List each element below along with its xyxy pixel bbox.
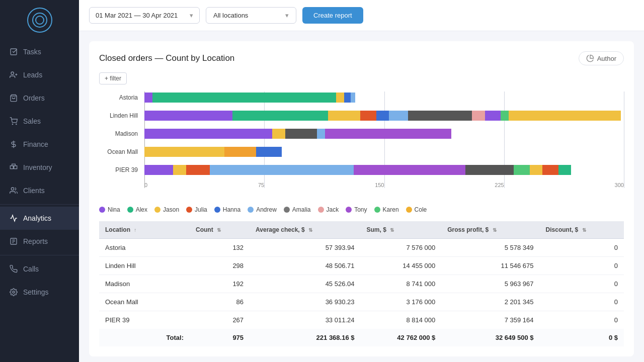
table-row: Linden Hill 298 48 506.71 14 455 000 11 … [99,257,624,275]
sidebar-item-label: Inventory [23,163,52,171]
legend-item-tony: Tony [346,206,367,213]
cell-location: Madison [99,275,190,293]
sidebar-item-analytics[interactable]: Analytics [0,207,79,230]
sidebar-item-reports[interactable]: Reports [0,230,79,253]
bar-segment-Andrew [210,165,354,175]
sidebar-item-leads[interactable]: Leads [0,63,79,86]
bar-segment-Tony [354,165,465,175]
sidebar-item-clients[interactable]: Clients [0,179,79,202]
bar-label-0: Astoria [99,94,142,101]
cell-count: 298 [190,257,250,275]
legend-item-andrew: Andrew [248,206,277,213]
chart-row-linden-hill: Linden Hill [144,110,624,122]
legend-label: Karen [383,206,399,213]
cell-sum: 3 176 000 [360,293,441,311]
legend-dot [374,207,380,213]
sidebar-item-label: Leads [23,71,42,79]
total-count: 975 [190,329,250,346]
sort-icon: ⇅ [582,227,586,233]
sidebar-item-inventory[interactable]: Inventory [0,156,79,179]
filter-button[interactable]: + filter [99,72,127,84]
bar-segment-Hanna [376,111,389,121]
total-sum: 42 762 000 $ [360,329,441,346]
cell-avg-check: 57 393.94 [250,239,360,257]
col-discount[interactable]: Discount, $ ⇅ [540,221,624,239]
table-footer: Total: 975 221 368.16 $ 42 762 000 $ 32 … [99,329,624,346]
bar-segment-Amalia [408,111,472,121]
bar-segment-Alex [232,111,329,121]
x-axis-label: 150 [375,182,384,188]
sidebar-item-orders[interactable]: Orders [0,86,79,110]
checkbox-icon [9,47,18,56]
legend-dot [346,207,352,213]
col-location[interactable]: Location ↑ [99,221,190,239]
bar-segments-2 [144,129,624,139]
bar-segment-Andrew [389,111,408,121]
cell-sum: 8 741 000 [360,275,441,293]
cell-count: 86 [190,293,250,311]
sidebar-item-label: Reports [23,237,48,245]
bar-segment-Extra [558,165,571,175]
cell-gross-profit: 5 963 967 [441,275,539,293]
sidebar-item-label: Analytics [23,214,51,222]
bar-segment-Tony [485,111,501,121]
bar-segments-3 [144,147,624,157]
sidebar-item-label: Calls [23,265,39,273]
sidebar-item-label: Finance [23,140,48,148]
chart-row-astoria: Astoria [144,92,624,104]
svg-rect-9 [14,166,17,169]
cell-avg-check: 48 506.71 [250,257,360,275]
svg-rect-10 [12,164,16,165]
bar-segment-Karen [514,165,530,175]
bar-segment-Jack [472,111,485,121]
logo-inner-icon [32,13,47,28]
legend-dot [406,207,412,213]
bar-segment-Tony [325,129,451,139]
chart-row-madison: Madison [144,128,624,140]
boxes-icon [9,163,18,172]
dollar-icon [9,140,18,149]
sidebar-item-tasks[interactable]: Tasks [0,40,79,63]
cell-discount: 0 [540,257,624,275]
cell-sum: 14 455 000 [360,257,441,275]
date-picker[interactable]: 01 Mar 2021 — 30 Apr 2021 ▾ [89,7,200,24]
svg-point-11 [11,188,14,190]
legend-label: Jack [327,206,339,213]
bar-segment-Cole [530,165,542,175]
author-button[interactable]: Author [579,51,624,65]
col-sum[interactable]: Sum, $ ⇅ [360,221,441,239]
x-axis-label: 75 [258,182,264,188]
col-avg-check[interactable]: Average check, $ ⇅ [250,221,360,239]
cell-gross-profit: 2 201 345 [441,293,539,311]
create-report-button[interactable]: Create report [302,7,363,24]
bar-segment-Nina [144,111,232,121]
bar-segment-Jason [173,165,186,175]
location-select[interactable]: All locations ▾ [206,7,296,24]
x-axis-label: 300 [615,182,624,188]
legend-dot [284,207,290,213]
table-row: Madison 192 45 526.04 8 741 000 5 963 96… [99,275,624,293]
x-axis-label: 225 [495,182,504,188]
sort-icon: ↑ [134,227,136,233]
sidebar-item-settings[interactable]: Settings [0,281,79,304]
bar-segment-Jason [144,147,224,157]
location-chevron-icon: ▾ [285,12,289,19]
col-gross-profit[interactable]: Gross profit, $ ⇅ [441,221,539,239]
shopping-bag-icon [9,94,18,103]
main-content: 01 Mar 2021 — 30 Apr 2021 ▾ All location… [79,0,644,362]
date-range-value: 01 Mar 2021 — 30 Apr 2021 [96,12,178,19]
bar-segment-Cole [224,147,257,157]
cell-count: 132 [190,239,250,257]
x-axis-label: 0 [144,182,147,188]
legend-label: Tony [354,206,367,213]
sidebar-item-calls[interactable]: Calls [0,257,79,281]
phone-icon [9,264,18,274]
chart-icon [9,214,18,223]
col-count[interactable]: Count ⇅ [190,221,250,239]
chart-x-axis: 075150225300 [144,182,624,188]
cell-location: Ocean Mall [99,293,190,311]
sidebar-item-sales[interactable]: Sales [0,110,79,133]
legend-dot [127,207,133,213]
legend-item-jack: Jack [318,206,339,213]
sidebar-item-finance[interactable]: Finance [0,133,79,156]
